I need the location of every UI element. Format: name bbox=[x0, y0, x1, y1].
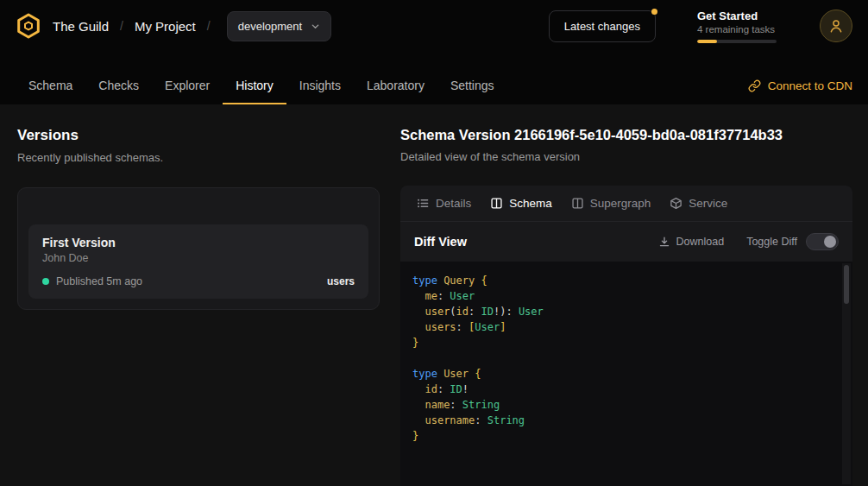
detail-tab-label: Supergraph bbox=[590, 197, 651, 210]
detail-tab-details[interactable]: Details bbox=[407, 186, 481, 221]
get-started-progress-fill bbox=[697, 40, 717, 43]
header-right: Latest changes Get Started 4 remaining t… bbox=[549, 9, 852, 43]
environment-selector[interactable]: development bbox=[227, 11, 331, 41]
columns-icon bbox=[490, 197, 503, 210]
chevron-down-icon bbox=[311, 22, 320, 31]
version-author: John Doe bbox=[42, 252, 355, 264]
version-status: Published 5m ago bbox=[56, 275, 142, 287]
tab-schema[interactable]: Schema bbox=[16, 66, 85, 104]
toggle-diff-label: Toggle Diff bbox=[746, 236, 797, 248]
top-header: The Guild / My Project / development Lat… bbox=[0, 0, 868, 52]
schema-detail-panel: Details Schema bbox=[400, 186, 852, 486]
cube-icon bbox=[670, 197, 682, 210]
detail-tab-service[interactable]: Service bbox=[660, 186, 737, 221]
header-left: The Guild / My Project / development bbox=[16, 11, 331, 41]
diff-toggle-switch[interactable] bbox=[806, 233, 839, 250]
versions-column: Versions Recently published schemas. Fir… bbox=[17, 127, 380, 486]
detail-tab-schema[interactable]: Schema bbox=[481, 186, 562, 221]
diff-header: Diff View Download Toggle Diff bbox=[400, 222, 852, 262]
schema-version-subtitle: Detailed view of the schema version bbox=[400, 150, 852, 163]
tab-checks[interactable]: Checks bbox=[85, 66, 152, 104]
link-icon bbox=[748, 79, 761, 92]
breadcrumb-separator: / bbox=[120, 19, 123, 33]
get-started-title: Get Started bbox=[697, 9, 777, 22]
versions-subtitle: Recently published schemas. bbox=[17, 151, 380, 164]
tab-settings[interactable]: Settings bbox=[437, 66, 507, 104]
detail-tab-label: Service bbox=[689, 197, 727, 210]
tab-explorer[interactable]: Explorer bbox=[152, 66, 223, 104]
list-icon bbox=[417, 197, 430, 210]
columns-icon bbox=[571, 197, 584, 210]
schema-version-title: Schema Version 2166196f-5e10-4059-bd0a-0… bbox=[400, 127, 852, 143]
breadcrumb-org[interactable]: The Guild bbox=[53, 19, 109, 34]
connect-cdn-link[interactable]: Connect to CDN bbox=[748, 66, 852, 104]
latest-changes-label: Latest changes bbox=[564, 20, 640, 33]
detail-tab-label: Schema bbox=[509, 197, 552, 210]
main-nav: Schema Checks Explorer History Insights … bbox=[0, 52, 868, 104]
notification-dot bbox=[651, 9, 657, 15]
code-block: type Query { me: User user(id: ID!): Use… bbox=[412, 273, 833, 444]
diff-view-title: Diff View bbox=[414, 235, 467, 249]
get-started-widget[interactable]: Get Started 4 remaining tasks bbox=[697, 9, 777, 43]
detail-tabs: Details Schema bbox=[400, 186, 852, 222]
download-icon bbox=[658, 236, 670, 248]
get-started-progress-bar bbox=[697, 40, 777, 43]
detail-tab-supergraph[interactable]: Supergraph bbox=[562, 186, 661, 221]
version-name: First Version bbox=[42, 236, 355, 249]
version-service-badge: users bbox=[327, 275, 355, 287]
nav-tabs: Schema Checks Explorer History Insights … bbox=[16, 66, 507, 104]
latest-changes-button[interactable]: Latest changes bbox=[549, 10, 656, 42]
hive-logo-icon[interactable] bbox=[16, 13, 41, 39]
versions-title: Versions bbox=[17, 127, 380, 144]
toggle-knob bbox=[824, 236, 836, 248]
connect-cdn-label: Connect to CDN bbox=[768, 79, 852, 92]
detail-tab-label: Details bbox=[436, 197, 471, 210]
download-button[interactable]: Download bbox=[658, 236, 725, 248]
breadcrumb-separator: / bbox=[207, 19, 211, 33]
avatar[interactable] bbox=[820, 9, 852, 42]
scrollbar-thumb[interactable] bbox=[844, 265, 849, 304]
diff-actions: Download Toggle Diff bbox=[658, 233, 839, 250]
person-icon bbox=[828, 18, 844, 34]
vertical-scrollbar[interactable] bbox=[842, 263, 851, 484]
breadcrumb-project[interactable]: My Project bbox=[135, 19, 196, 34]
published-status-dot bbox=[42, 278, 49, 285]
versions-card: First Version John Doe Published 5m ago … bbox=[17, 187, 380, 310]
download-label: Download bbox=[676, 236, 725, 248]
detail-column: Schema Version 2166196f-5e10-4059-bd0a-0… bbox=[400, 127, 852, 486]
environment-selector-value: development bbox=[238, 20, 302, 33]
tab-laboratory[interactable]: Laboratory bbox=[354, 66, 437, 104]
schema-code-viewer: type Query { me: User user(id: ID!): Use… bbox=[400, 262, 852, 486]
get-started-subtitle: 4 remaining tasks bbox=[697, 24, 777, 35]
tab-history[interactable]: History bbox=[223, 66, 286, 104]
main-content: Versions Recently published schemas. Fir… bbox=[0, 104, 868, 486]
version-list-item[interactable]: First Version John Doe Published 5m ago … bbox=[28, 224, 368, 299]
version-meta-row: Published 5m ago users bbox=[42, 275, 355, 287]
tab-insights[interactable]: Insights bbox=[286, 66, 354, 104]
